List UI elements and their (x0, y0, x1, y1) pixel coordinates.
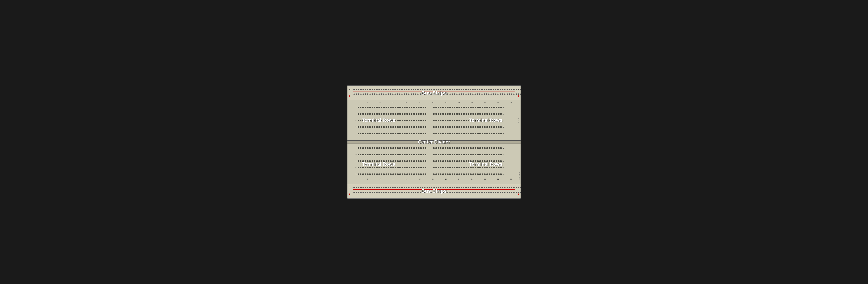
bus-dot (401, 187, 403, 188)
terminal-dot (445, 113, 446, 115)
terminal-dot-row: ff (355, 130, 513, 137)
terminal-dot (440, 160, 441, 162)
bus-dot (397, 187, 398, 188)
terminal-dot (440, 173, 441, 175)
terminal-dot (482, 113, 483, 115)
bus-dot (447, 93, 448, 95)
row-label-right: i (502, 113, 505, 115)
bottom-bus-plus-minus-left: − + (348, 184, 351, 198)
terminal-dot (449, 120, 451, 121)
terminal-dot (440, 107, 441, 108)
terminal-dot (435, 126, 437, 128)
bus-dot (374, 89, 375, 90)
bus-dot (372, 93, 373, 95)
terminal-dot (472, 173, 474, 175)
terminal-dot (395, 173, 396, 175)
terminal-dot (484, 126, 486, 128)
bus-dot (390, 192, 391, 193)
terminal-dot (454, 113, 456, 115)
top-terminal-section: Terminal Rows Terminal Rows 510152025303… (347, 100, 521, 140)
terminal-dot (425, 160, 426, 162)
terminal-dot (362, 167, 364, 168)
terminal-dot-row: ii (355, 111, 513, 117)
terminal-dot (413, 113, 415, 115)
bus-dot (360, 192, 362, 193)
bus-dot (438, 187, 439, 188)
bus-dot (429, 187, 430, 188)
terminal-dot (452, 147, 453, 149)
bus-dot (374, 192, 375, 193)
terminal-dot (395, 167, 396, 168)
terminal-dot (484, 173, 486, 175)
terminal-dot (496, 173, 497, 175)
bus-dot (427, 187, 428, 188)
terminal-dot (466, 173, 467, 175)
terminal-dot (372, 107, 373, 108)
terminal-dot (487, 173, 488, 175)
terminal-dot (449, 113, 451, 115)
terminal-dot (461, 160, 462, 162)
terminal-dot (438, 167, 439, 168)
terminal-dot (399, 173, 401, 175)
terminal-dot (463, 154, 465, 155)
column-number: 35 (444, 102, 447, 103)
terminal-dot (449, 173, 451, 175)
terminal-dot (397, 113, 399, 115)
bus-dot (395, 89, 396, 90)
terminal-dot (500, 107, 502, 108)
bus-dot (397, 89, 398, 90)
bus-dot (447, 89, 448, 90)
terminal-dot (447, 107, 448, 108)
terminal-dot (411, 147, 412, 149)
terminal-dot (393, 107, 394, 108)
terminal-dot-row: jj (355, 104, 513, 111)
bus-dot (401, 93, 403, 95)
bus-dot (424, 187, 426, 188)
terminal-dot (468, 113, 469, 115)
column-number: 30 (431, 178, 434, 180)
bus-dot (520, 187, 521, 188)
terminal-dot (470, 126, 471, 128)
terminal-dot (374, 126, 375, 128)
terminal-dot (390, 113, 392, 115)
top-bus-plus-minus-left: − + (348, 86, 351, 100)
terminal-dot (376, 133, 378, 134)
bus-dot (381, 192, 382, 193)
terminal-dot (466, 113, 467, 115)
terminal-dot (404, 173, 405, 175)
terminal-dot (491, 167, 492, 168)
terminal-dot (445, 154, 446, 155)
terminal-dot (425, 126, 426, 128)
terminal-dot (358, 173, 359, 175)
terminal-dot (482, 173, 483, 175)
bus-dot (463, 93, 464, 95)
terminal-dot (433, 154, 435, 155)
bus-dot (369, 192, 371, 193)
terminal-dot (402, 113, 403, 115)
terminal-dot (468, 173, 469, 175)
terminal-dot (409, 133, 410, 134)
bus-dot (392, 187, 394, 188)
bus-dot (486, 192, 487, 193)
terminal-dot (433, 107, 435, 108)
bottom-plus-left: + (349, 193, 350, 196)
bus-dot (353, 192, 355, 193)
terminal-dot (447, 167, 448, 168)
top-plus-right: + (518, 95, 519, 98)
bus-dot (365, 192, 366, 193)
bus-dot (401, 89, 403, 90)
terminal-dot (449, 167, 451, 168)
terminal-dot (397, 147, 399, 149)
bus-dot (408, 192, 409, 193)
terminal-dot (463, 147, 465, 149)
column-number: 20 (405, 178, 408, 180)
terminal-dot (374, 173, 375, 175)
bus-dot (511, 192, 513, 193)
terminal-dot (395, 154, 396, 155)
terminal-dot (454, 147, 456, 149)
bus-dot (506, 187, 508, 188)
terminal-dot (479, 133, 481, 134)
terminal-dot (456, 160, 458, 162)
bus-dot (497, 187, 499, 188)
terminal-dot (399, 107, 401, 108)
